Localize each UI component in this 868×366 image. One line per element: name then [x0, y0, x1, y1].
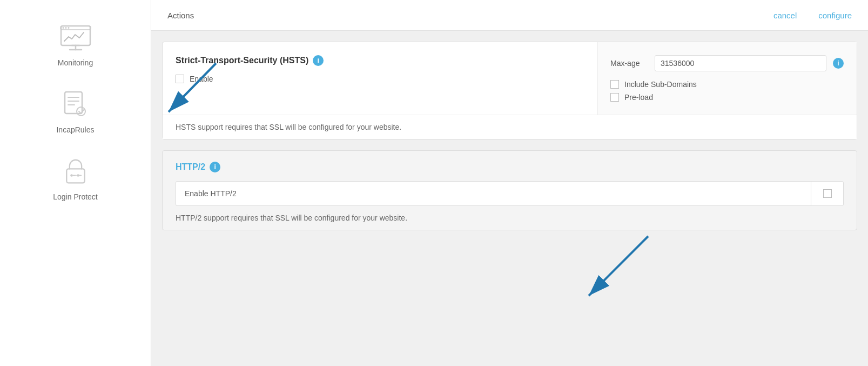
svg-point-18	[77, 174, 79, 177]
http2-checkbox-cell	[811, 182, 843, 205]
http2-note: HTTP/2 support requires that SSL will be…	[163, 206, 857, 230]
svg-point-4	[68, 27, 69, 29]
svg-point-12	[77, 107, 85, 116]
hsts-right: Max-age i Include Sub-Domains Pre-	[597, 42, 857, 115]
http2-title-text: HTTP/2	[176, 162, 205, 172]
hsts-enable-checkbox[interactable]	[176, 75, 184, 83]
monitoring-label: Monitoring	[58, 58, 93, 67]
hsts-subdomains-row: Include Sub-Domains	[610, 80, 844, 89]
hsts-subdomains-label: Include Sub-Domains	[624, 80, 697, 89]
http2-info-icon[interactable]: i	[210, 162, 220, 172]
configure-link[interactable]: configure	[818, 11, 852, 20]
hsts-preload-label: Pre-load	[624, 93, 653, 102]
hsts-options-stack: Include Sub-Domains Pre-load	[610, 80, 844, 102]
loginprotect-icon	[57, 156, 95, 188]
svg-point-2	[62, 27, 64, 29]
hsts-preload-row: Pre-load	[610, 93, 844, 102]
content-area: Strict-Transport-Security (HSTS) i Enabl…	[151, 31, 868, 366]
hsts-title: Strict-Transport-Security (HSTS) i	[176, 55, 584, 66]
hsts-info-icon[interactable]: i	[313, 55, 324, 66]
svg-rect-8	[65, 92, 82, 114]
hsts-maxage-info-icon[interactable]: i	[833, 58, 844, 69]
cancel-link[interactable]: cancel	[773, 11, 797, 20]
monitor-icon	[57, 22, 95, 54]
hsts-subdomains-checkbox[interactable]	[610, 80, 619, 89]
hsts-preload-checkbox[interactable]	[610, 93, 619, 102]
hsts-note: HSTS support requires that SSL will be c…	[163, 115, 857, 139]
hsts-section: Strict-Transport-Security (HSTS) i Enabl…	[162, 42, 857, 139]
actions-label: Actions	[167, 11, 773, 20]
hsts-maxage-row: Max-age i	[610, 55, 844, 71]
http2-enable-row: Enable HTTP/2	[176, 181, 844, 206]
hsts-enable-row: Enable	[176, 75, 584, 83]
http2-note-text: HTTP/2 support requires that SSL will be…	[176, 214, 407, 222]
http2-section: HTTP/2 i Enable HTTP/2 HTTP/2 support re…	[162, 150, 857, 230]
svg-point-16	[70, 174, 73, 177]
sidebar-item-incaprules[interactable]: IncapRules	[0, 78, 151, 145]
sidebar-item-monitoring[interactable]: Monitoring	[0, 11, 151, 78]
http2-header: HTTP/2 i	[163, 151, 857, 181]
svg-rect-0	[61, 26, 90, 45]
hsts-note-text: HSTS support requires that SSL will be c…	[176, 123, 401, 131]
hsts-maxage-label: Max-age	[610, 59, 648, 68]
sidebar: Monitoring IncapRules	[0, 0, 151, 366]
hsts-maxage-input[interactable]	[655, 55, 826, 71]
sidebar-item-login-protect[interactable]: Login Protect	[0, 145, 151, 212]
content-wrapper: Strict-Transport-Security (HSTS) i Enabl…	[151, 31, 868, 366]
svg-point-3	[65, 27, 66, 29]
main-area: Actions cancel configure Strict-Transpor…	[151, 0, 868, 366]
incaprules-label: IncapRules	[56, 125, 94, 134]
login-protect-label: Login Protect	[53, 192, 98, 201]
hsts-title-text: Strict-Transport-Security (HSTS)	[176, 56, 308, 65]
incaprules-icon	[57, 89, 95, 121]
http2-enable-checkbox[interactable]	[823, 189, 832, 198]
hsts-inner: Strict-Transport-Security (HSTS) i Enabl…	[163, 42, 857, 115]
hsts-left: Strict-Transport-Security (HSTS) i Enabl…	[163, 42, 597, 115]
http2-enable-label: Enable HTTP/2	[176, 182, 811, 205]
header-bar: Actions cancel configure	[151, 0, 868, 31]
hsts-enable-label: Enable	[190, 75, 213, 83]
